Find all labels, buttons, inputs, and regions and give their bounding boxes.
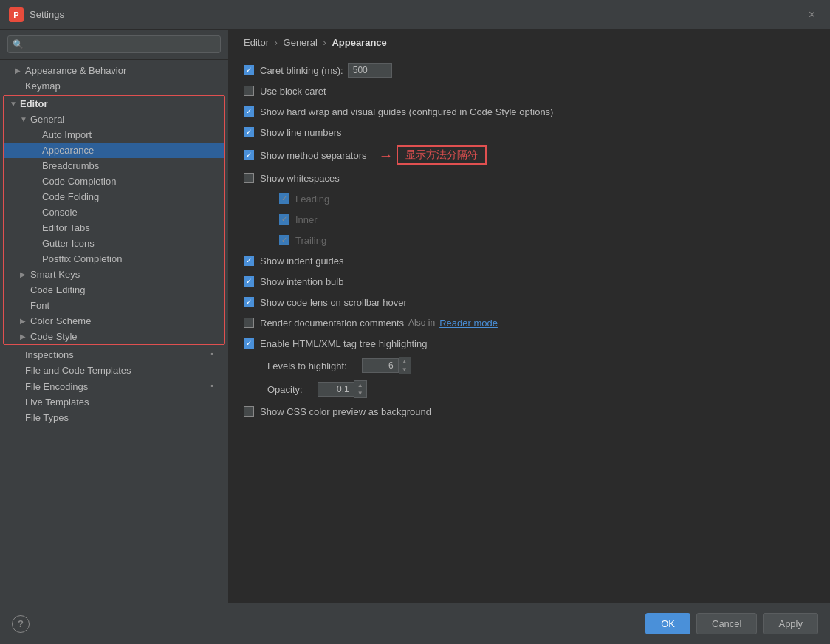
spinner-buttons-levels: ▲ ▼ xyxy=(399,357,411,374)
checkbox-inner[interactable] xyxy=(279,214,289,225)
label-leading: Leading xyxy=(295,193,329,205)
sidebar-item-label: Font xyxy=(30,300,219,311)
search-icon: 🔍 xyxy=(13,39,24,49)
checkbox-leading[interactable] xyxy=(279,193,289,204)
ok-button[interactable]: OK xyxy=(645,613,690,634)
close-button[interactable]: × xyxy=(803,5,821,24)
annotation-arrow: → xyxy=(379,147,394,164)
spinner-opacity: ▲ ▼ xyxy=(318,380,367,398)
checkbox-caret-blinking[interactable] xyxy=(244,65,254,75)
setting-show-indent-guides: Show indent guides xyxy=(244,250,815,271)
sidebar-item-label: Keymap xyxy=(25,80,222,92)
checkbox-show-code-lens[interactable] xyxy=(244,297,254,307)
sidebar-item-console[interactable]: Console xyxy=(4,205,224,220)
tree-arrow: ▼ xyxy=(20,115,30,123)
sidebar-item-editor[interactable]: ▼ Editor xyxy=(4,96,224,112)
setting-show-intention-bulb: Show intention bulb xyxy=(244,271,815,292)
checkbox-show-intention-bulb[interactable] xyxy=(244,276,254,287)
checkbox-show-line-numbers[interactable] xyxy=(244,127,254,137)
label-levels-to-highlight: Levels to highlight: xyxy=(267,360,347,371)
reader-mode-link[interactable]: Reader mode xyxy=(439,318,498,329)
sidebar-item-label: Gutter Icons xyxy=(42,238,219,249)
sidebar-item-code-completion[interactable]: Code Completion xyxy=(4,174,224,189)
spinner-levels: ▲ ▼ xyxy=(362,357,411,374)
sidebar-item-appearance[interactable]: Appearance xyxy=(4,143,224,158)
checkbox-use-block-caret[interactable] xyxy=(244,86,254,96)
label-show-line-numbers: Show line numbers xyxy=(260,127,342,138)
spinner-down-opacity[interactable]: ▼ xyxy=(354,389,366,397)
checkbox-show-hard-wrap[interactable] xyxy=(244,106,254,117)
sidebar-item-general[interactable]: ▼ General xyxy=(4,112,224,127)
spinner-up-levels[interactable]: ▲ xyxy=(399,357,411,366)
tree-arrow: ▶ xyxy=(15,66,25,75)
sidebar-item-gutter-icons[interactable]: Gutter Icons xyxy=(4,236,224,251)
sidebar-item-smart-keys[interactable]: ▶ Smart Keys xyxy=(4,267,224,282)
breadcrumb-current: Appearance xyxy=(332,37,386,48)
sidebar-item-label: Appearance & Behavior xyxy=(25,65,222,76)
setting-levels-to-highlight: Levels to highlight: ▲ ▼ xyxy=(244,354,815,377)
sidebar-item-appearance-behavior[interactable]: ▶ Appearance & Behavior xyxy=(0,63,228,78)
sidebar-item-live-templates[interactable]: Live Templates xyxy=(0,394,228,410)
annotation-box: 显示方法分隔符 xyxy=(397,145,487,165)
spinner-down-levels[interactable]: ▼ xyxy=(399,366,411,374)
spinner-up-opacity[interactable]: ▲ xyxy=(354,381,366,389)
sidebar-item-code-editing[interactable]: Code Editing xyxy=(4,282,224,298)
label-use-block-caret: Use block caret xyxy=(260,86,326,97)
checkbox-show-whitespaces[interactable] xyxy=(244,173,254,183)
spinner-buttons-opacity: ▲ ▼ xyxy=(354,380,367,398)
label-show-css-color: Show CSS color preview as background xyxy=(260,406,431,417)
checkbox-render-documentation[interactable] xyxy=(244,318,254,328)
label-caret-blinking: Caret blinking (ms): xyxy=(260,65,343,76)
sidebar-item-color-scheme[interactable]: ▶ Color Scheme xyxy=(4,313,224,329)
tree-arrow: ▶ xyxy=(20,270,30,278)
checkbox-show-indent-guides[interactable] xyxy=(244,256,254,266)
sidebar-item-file-encodings[interactable]: File Encodings ▪ xyxy=(0,378,228,394)
label-show-whitespaces: Show whitespaces xyxy=(260,173,340,184)
setting-show-css-color: Show CSS color preview as background xyxy=(244,401,815,422)
sidebar-item-inspections[interactable]: Inspections ▪ xyxy=(0,346,228,363)
sidebar-item-breadcrumbs[interactable]: Breadcrumbs xyxy=(4,158,224,174)
sidebar-item-file-code-templates[interactable]: File and Code Templates xyxy=(0,363,228,378)
sidebar-item-label: Breadcrumbs xyxy=(42,160,219,171)
sidebar-item-label: Live Templates xyxy=(25,397,222,408)
checkbox-enable-html-xml[interactable] xyxy=(244,338,254,349)
window-title: Settings xyxy=(30,9,803,20)
checkbox-show-method-separators[interactable] xyxy=(244,150,254,160)
sidebar-item-label: General xyxy=(30,114,219,125)
file-encodings-badge: ▪ xyxy=(210,380,222,392)
sidebar-tree: ▶ Appearance & Behavior Keymap ▼ Editor … xyxy=(0,60,228,603)
sidebar-item-code-style[interactable]: ▶ Code Style xyxy=(4,329,224,344)
input-caret-blinking[interactable] xyxy=(348,63,392,78)
search-bar: 🔍 xyxy=(0,30,228,60)
sidebar-item-label: Appearance xyxy=(42,145,219,156)
sidebar-item-file-types[interactable]: File Types xyxy=(0,410,228,425)
sidebar-item-label: Postfix Completion xyxy=(42,253,219,264)
breadcrumb-sep1: › xyxy=(275,37,281,48)
sidebar-item-postfix-completion[interactable]: Postfix Completion xyxy=(4,251,224,267)
apply-button[interactable]: Apply xyxy=(763,613,818,634)
sidebar-item-auto-import[interactable]: Auto Import xyxy=(4,127,224,143)
sidebar-item-font[interactable]: Font xyxy=(4,298,224,313)
title-bar: P Settings × xyxy=(0,0,830,30)
sidebar-item-editor-tabs[interactable]: Editor Tabs xyxy=(4,220,224,236)
sidebar-item-label: Code Folding xyxy=(42,191,219,202)
checkbox-show-css-color[interactable] xyxy=(244,406,254,417)
setting-show-line-numbers: Show line numbers xyxy=(244,122,815,143)
sidebar-item-label: Editor xyxy=(20,98,219,109)
sidebar-item-label: Code Editing xyxy=(30,284,219,295)
editor-section-border: ▼ Editor ▼ General Auto Import Appearanc… xyxy=(3,95,225,345)
breadcrumb-general: General xyxy=(284,37,318,48)
sidebar-item-code-folding[interactable]: Code Folding xyxy=(4,189,224,205)
input-levels[interactable] xyxy=(362,358,399,373)
sidebar: 🔍 ▶ Appearance & Behavior Keymap ▼ Edito… xyxy=(0,30,229,603)
checkbox-trailing[interactable] xyxy=(279,235,289,245)
input-opacity[interactable] xyxy=(318,382,354,397)
help-button[interactable]: ? xyxy=(12,615,30,633)
setting-show-method-separators: Show method separators → 显示方法分隔符 xyxy=(244,143,815,168)
sidebar-item-label: File Encodings xyxy=(25,381,208,392)
setting-use-block-caret: Use block caret xyxy=(244,80,815,101)
sidebar-item-keymap[interactable]: Keymap xyxy=(0,78,228,94)
search-input[interactable] xyxy=(7,35,221,53)
sidebar-item-label: Code Style xyxy=(30,331,219,342)
cancel-button[interactable]: Cancel xyxy=(696,613,757,634)
